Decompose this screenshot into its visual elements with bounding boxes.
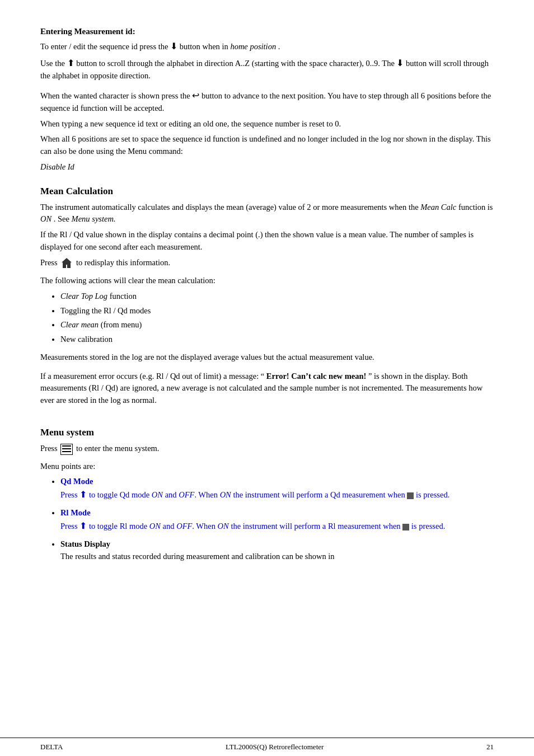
entering-para1: To enter / edit the sequence id press th… <box>40 40 494 53</box>
menu-system-title: Menu system <box>40 427 494 438</box>
entering-para1-mid: button when in <box>180 42 231 51</box>
error-bold: Error! Can’t calc new mean! <box>266 372 367 381</box>
enter-arrow-icon: ↩ <box>192 91 199 100</box>
press-info-end: to redisplay this information. <box>76 258 170 267</box>
entering-para1-text: To enter / edit the sequence id press th… <box>40 42 170 51</box>
down-arrow-icon2: ⬇ <box>396 58 404 68</box>
new-calibration-text: New calibration <box>60 335 113 344</box>
qd-mode-title: Qd Mode <box>60 477 93 486</box>
mean-calc-italic: Mean Calc <box>420 203 456 212</box>
status-display-desc: The results and status recorded during m… <box>60 552 335 561</box>
clear-mean-text: The following actions will clear the mea… <box>40 276 216 285</box>
svg-marker-0 <box>62 258 72 268</box>
qd-mode-desc: Press ⬆ to toggle Qd mode ON and OFF. Wh… <box>60 490 449 499</box>
mean-menu-italic: Menu system. <box>72 214 116 223</box>
up-arrow-icon: ⬆ <box>67 58 74 68</box>
entering-para4: When typing a new sequence id text or ed… <box>40 118 494 130</box>
qd-mode-item: Qd Mode Press ⬆ to toggle Qd mode ON and… <box>60 476 494 501</box>
mean-calculation-title: Mean Calculation <box>40 186 494 197</box>
entering-para5-text: When all 6 positions are set to space th… <box>40 134 491 156</box>
entering-para1-italic: home position <box>230 42 276 51</box>
menu-press-line: Press to enter the menu system. <box>40 443 494 455</box>
mean-para1-text3: . See <box>54 214 72 223</box>
menu-points-text: Menu points are: <box>40 462 95 471</box>
mean-para1-text2: function is <box>458 203 493 212</box>
mean-press-info: Press to redisplay this information. <box>40 257 494 270</box>
mean-para1-text1: The instrument automatically calculates … <box>40 203 420 212</box>
list-item-2: Toggling the Rl / Qd modes <box>60 305 494 317</box>
list-item-4: New calibration <box>60 334 494 346</box>
entering-para4-text: When typing a new sequence id text or ed… <box>40 119 341 128</box>
clear-mean-italic: Clear mean <box>60 320 99 329</box>
stored-measurements: Measurements stored in the log are not t… <box>40 351 494 364</box>
small-square-rl <box>402 524 409 530</box>
small-square-qd <box>407 492 414 499</box>
footer-right: 21 <box>486 743 494 752</box>
mean-on-italic: ON <box>40 214 51 223</box>
clear-mean-label: The following actions will clear the mea… <box>40 275 494 287</box>
down-arrow-icon: ⬇ <box>170 41 177 51</box>
press-menu-label: Press <box>40 444 59 453</box>
status-display-item: Status Display The results and status re… <box>60 538 494 563</box>
entering-para5: When all 6 positions are set to space th… <box>40 133 494 158</box>
footer-left: DELTA <box>40 743 63 752</box>
clear-top-log-italic: Clear Top Log <box>60 292 107 300</box>
entering-para3-text1: When the wanted character is shown press… <box>40 91 192 100</box>
list-item-1: Clear Top Log function <box>60 290 494 303</box>
rl-mode-desc: Press ⬆ to toggle Rl mode ON and OFF. Wh… <box>60 522 445 530</box>
entering-para2-text1: Use the <box>40 59 67 68</box>
press-label: Press <box>40 258 59 267</box>
mean-para1: The instrument automatically calculates … <box>40 201 494 226</box>
disable-id-label: Disable Id <box>40 162 74 171</box>
status-display-title: Status Display <box>60 539 110 548</box>
clear-mean-from-menu: (from menu) <box>101 320 142 329</box>
error-para: If a measurement error occurs (e.g. Rl /… <box>40 370 494 407</box>
menu-icon <box>60 444 73 455</box>
entering-para2: Use the ⬆ button to scroll through the a… <box>40 57 494 82</box>
rl-mode-title: Rl Mode <box>60 508 91 517</box>
clear-top-log-text: function <box>110 292 137 300</box>
page-footer: DELTA LTL2000S(Q) Retroreflectometer 21 <box>0 738 534 756</box>
list-item-3: Clear mean (from menu) <box>60 319 494 331</box>
menu-points-list: Qd Mode Press ⬆ to toggle Qd mode ON and… <box>60 476 494 562</box>
entering-para2-text2: button to scroll through the alphabet in… <box>76 59 396 68</box>
menu-points-label: Menu points are: <box>40 461 494 473</box>
error-text1: If a measurement error occurs (e.g. Rl /… <box>40 372 264 381</box>
mean-para2-text: If the Rl / Qd value shown in the displa… <box>40 230 474 251</box>
up-arrow-icon-qd: ⬆ <box>79 490 87 499</box>
info-house-icon <box>60 257 73 269</box>
entering-para3: When the wanted character is shown press… <box>40 89 494 115</box>
mean-para2: If the Rl / Qd value shown in the displa… <box>40 229 494 253</box>
up-arrow-icon-rl: ⬆ <box>79 521 87 530</box>
clear-mean-list: Clear Top Log function Toggling the Rl /… <box>60 290 494 346</box>
stored-text: Measurements stored in the log are not t… <box>40 353 374 361</box>
entering-disable-id: Disable Id <box>40 161 494 173</box>
rl-mode-item: Rl Mode Press ⬆ to toggle Rl mode ON and… <box>60 507 494 533</box>
entering-measurement-id-title: Entering Measurement id: <box>40 27 494 36</box>
toggling-text: Toggling the Rl / Qd modes <box>60 306 151 315</box>
press-menu-end: to enter the menu system. <box>76 444 160 453</box>
footer-center: LTL2000S(Q) Retroreflectometer <box>226 743 324 752</box>
entering-para1-period: . <box>278 42 280 51</box>
